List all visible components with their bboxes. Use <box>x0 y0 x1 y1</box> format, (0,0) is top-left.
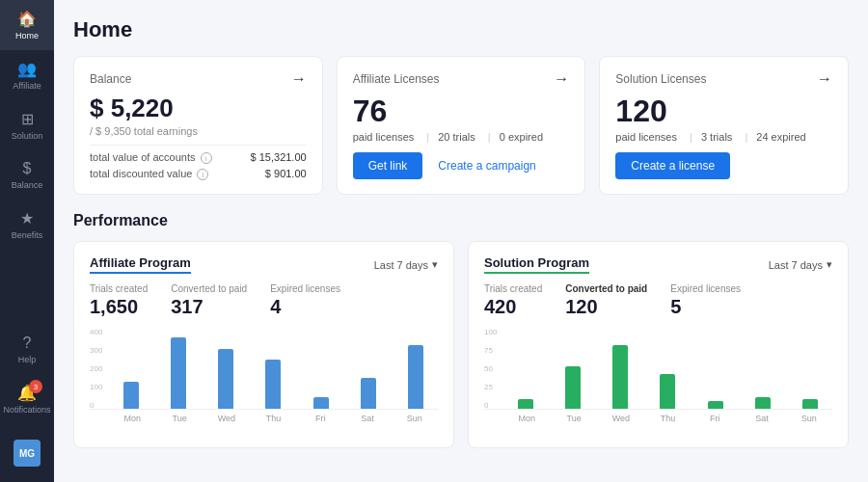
benefits-icon: ★ <box>20 209 34 228</box>
solution-bar-4 <box>693 328 738 409</box>
y-label-100: 100 <box>90 383 102 391</box>
y-label-0: 0 <box>90 401 102 410</box>
affiliate-converted-label: Converted to paid <box>171 283 247 294</box>
solution-card: Solution Licenses → 120 paid licenses | … <box>599 56 849 195</box>
performance-title: Performance <box>73 212 849 229</box>
affiliate-bar-0 <box>109 328 153 409</box>
label-sun2: Sun <box>785 414 832 423</box>
solution-perf-header: Solution Program Last 7 days ▾ <box>484 255 832 274</box>
solution-period-selector[interactable]: Last 7 days ▾ <box>769 258 832 271</box>
label-thu2: Thu <box>644 414 692 423</box>
balance-divider <box>90 145 307 146</box>
create-license-button[interactable]: Create a license <box>615 152 730 179</box>
solution-trials-value: 420 <box>484 296 542 318</box>
total-value-info-icon[interactable]: i <box>201 152 212 164</box>
solution-card-title: Solution Licenses <box>615 72 706 86</box>
label-fri1: Fri <box>297 414 344 423</box>
affiliate-bar-6 <box>393 328 438 409</box>
y-label-400: 400 <box>90 328 102 336</box>
solution-converted-value: 120 <box>565 296 647 318</box>
affiliate-prog-title: Affiliate Program <box>90 255 191 274</box>
cards-row: Balance → $ 5,220 / $ 9,350 total earnin… <box>73 56 849 195</box>
solution-metrics-row: Trials created 420 Converted to paid 120… <box>484 283 832 318</box>
sidebar-item-avatar[interactable]: MG <box>0 424 54 482</box>
affiliate-sub-info: paid licenses | 20 trials | 0 expired <box>353 131 570 143</box>
avatar: MG <box>14 440 41 467</box>
affiliate-metric-expired: Expired licenses 4 <box>270 283 340 318</box>
sidebar: 🏠 Home 👥 Affiliate ⊞ Solution $ Balance … <box>0 0 54 482</box>
affiliate-bar-chart: 400 300 200 100 0 Mon Tue Wed Thu Fri Sa… <box>90 328 438 434</box>
bar-affiliate-6 <box>408 345 423 409</box>
y-label-50: 50 <box>484 364 497 373</box>
affiliate-arrow-icon[interactable]: → <box>554 70 569 88</box>
bar-solution-2 <box>612 345 628 409</box>
balance-total-earnings: / $ 9,350 total earnings <box>90 125 307 137</box>
sidebar-label-benefits: Benefits <box>12 230 43 240</box>
affiliate-trials-label: Trials created <box>90 283 148 294</box>
solution-paid-label: paid licenses <box>615 131 677 143</box>
affiliate-chart-labels: Mon Tue Wed Thu Fri Sat Sun <box>90 410 438 423</box>
bar-solution-0 <box>518 399 533 409</box>
balance-discounted-label: total discounted value i <box>90 168 208 180</box>
solution-converted-label: Converted to paid <box>565 283 647 294</box>
sidebar-item-help[interactable]: ? Help <box>0 325 54 374</box>
label-thu1: Thu <box>250 414 297 423</box>
balance-arrow-icon[interactable]: → <box>291 70 307 88</box>
solution-expired-label: Expired licenses <box>670 283 741 294</box>
solution-metric-trials: Trials created 420 <box>484 283 542 318</box>
sidebar-item-benefits[interactable]: ★ Benefits <box>0 200 54 250</box>
label-wed2: Wed <box>597 414 644 423</box>
page-title: Home <box>73 17 849 42</box>
affiliate-period-label: Last 7 days <box>374 259 428 271</box>
solution-bar-0 <box>503 328 548 409</box>
sidebar-label-help: Help <box>18 355 37 364</box>
balance-total-value-label: total value of accounts i <box>90 151 212 164</box>
sidebar-item-home[interactable]: 🏠 Home <box>0 0 54 50</box>
home-icon: 🏠 <box>17 10 37 28</box>
solution-arrow-icon[interactable]: → <box>817 70 832 88</box>
affiliate-paid-label: paid licenses <box>353 131 415 143</box>
create-campaign-button[interactable]: Create a campaign <box>426 152 547 179</box>
sep3: | <box>690 131 692 143</box>
solution-chart-labels: Mon Tue Wed Thu Fri Sat Sun <box>484 410 832 423</box>
affiliate-expired: 0 expired <box>500 131 543 143</box>
affiliate-card-header: Affiliate Licenses → <box>353 70 570 88</box>
sep2: | <box>488 131 491 143</box>
affiliate-main-value: 76 <box>353 94 570 129</box>
bar-affiliate-3 <box>265 360 281 409</box>
label-sat1: Sat <box>344 414 392 423</box>
discounted-info-icon[interactable]: i <box>197 169 208 180</box>
sidebar-item-notifications[interactable]: 🔔 3 Notifications <box>0 374 54 424</box>
solution-perf-card: Solution Program Last 7 days ▾ Trials cr… <box>468 241 849 448</box>
affiliate-period-selector[interactable]: Last 7 days ▾ <box>374 258 438 271</box>
y-label-25: 25 <box>484 383 497 391</box>
sidebar-item-balance[interactable]: $ Balance <box>0 150 54 200</box>
affiliate-bar-4 <box>299 328 343 409</box>
solution-metric-converted: Converted to paid 120 <box>565 283 647 318</box>
bar-solution-5 <box>755 397 771 409</box>
bar-solution-6 <box>802 399 818 409</box>
label-sun1: Sun <box>391 414 438 423</box>
sidebar-label-notifications: Notifications <box>3 405 50 415</box>
bar-affiliate-1 <box>171 337 186 409</box>
balance-card: Balance → $ 5,220 / $ 9,350 total earnin… <box>73 56 323 195</box>
get-link-button[interactable]: Get link <box>353 152 423 179</box>
sidebar-item-affiliate[interactable]: 👥 Affiliate <box>0 50 54 100</box>
sidebar-item-solution[interactable]: ⊞ Solution <box>0 100 54 150</box>
y-label-0s: 0 <box>484 401 497 410</box>
solution-bar-5 <box>741 328 785 409</box>
solution-card-actions: Create a license <box>615 152 832 179</box>
y-axis: 400 300 200 100 0 <box>90 328 102 410</box>
label-fri2: Fri <box>692 414 739 423</box>
solution-prog-title: Solution Program <box>484 255 589 274</box>
affiliate-bar-2 <box>203 328 248 409</box>
bar-affiliate-4 <box>313 397 329 409</box>
affiliate-chart-bars: 400 300 200 100 0 <box>90 328 438 410</box>
balance-card-header: Balance → <box>90 70 307 88</box>
balance-discounted-row: total discounted value i $ 901.00 <box>90 168 307 180</box>
affiliate-bar-3 <box>251 328 295 409</box>
notification-badge-wrapper: 🔔 3 <box>17 384 37 402</box>
main-content: Home Balance → $ 5,220 / $ 9,350 total e… <box>54 0 868 482</box>
bar-solution-3 <box>660 374 675 409</box>
affiliate-icon: 👥 <box>17 60 37 78</box>
